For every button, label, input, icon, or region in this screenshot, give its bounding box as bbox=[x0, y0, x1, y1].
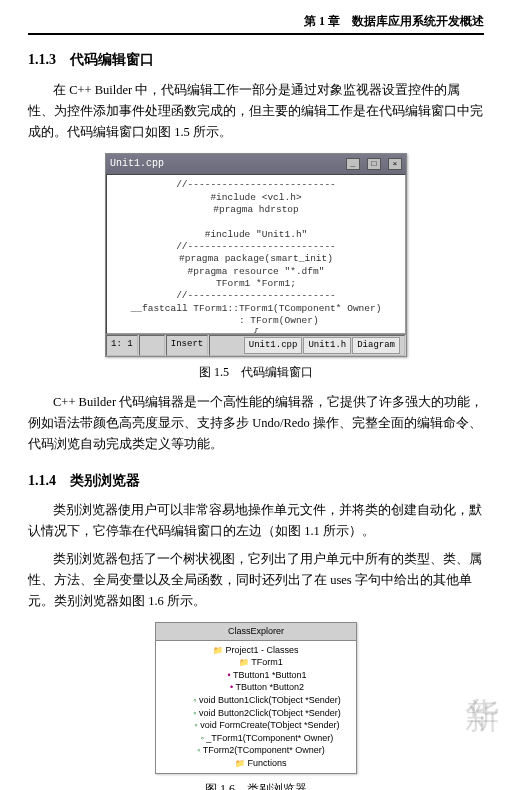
close-icon[interactable]: × bbox=[388, 158, 402, 170]
section-1-heading: 代码编辑窗口 bbox=[70, 52, 154, 67]
minimize-icon[interactable]: _ bbox=[346, 158, 360, 170]
figure-1: Unit1.cpp _ □ × //----------------------… bbox=[28, 153, 484, 382]
status-cursor-pos: 1: 1 bbox=[106, 335, 138, 355]
chapter-header: 第 1 章 数据库应用系统开发概述 bbox=[28, 12, 484, 33]
class-explorer-tree[interactable]: Project1 - Classes TForm1 TButton1 *Butt… bbox=[156, 641, 356, 773]
editor-window-title: Unit1.cpp bbox=[110, 156, 164, 172]
tree-formcreate[interactable]: void FormCreate(TObject *Sender) bbox=[161, 719, 351, 732]
editor-tabs: Unit1.cpp Unit1.h Diagram bbox=[209, 335, 405, 355]
class-explorer-title: ClassExplorer bbox=[156, 623, 356, 640]
class-explorer-window: ClassExplorer Project1 - Classes TForm1 … bbox=[155, 622, 357, 773]
tab-unit1-cpp[interactable]: Unit1.cpp bbox=[244, 337, 303, 353]
maximize-icon[interactable]: □ bbox=[367, 158, 381, 170]
tree-functions[interactable]: Functions bbox=[161, 757, 351, 770]
tree-button2click[interactable]: void Button2Click(TObject *Sender) bbox=[161, 707, 351, 720]
editor-statusbar: 1: 1 Insert Unit1.cpp Unit1.h Diagram bbox=[106, 334, 406, 355]
tree-tform2-ctor[interactable]: TForm2(TComponent* Owner) bbox=[161, 744, 351, 757]
tree-button1[interactable]: TButton1 *Button1 bbox=[161, 669, 351, 682]
tree-root[interactable]: Project1 - Classes bbox=[161, 644, 351, 657]
section-1-number: 1.1.3 bbox=[28, 52, 56, 67]
figure-2-caption: 图 1.6 类别浏览器 bbox=[28, 780, 484, 790]
code-editor-window: Unit1.cpp _ □ × //----------------------… bbox=[105, 153, 407, 356]
header-rule bbox=[28, 33, 484, 35]
tree-button2[interactable]: TButton *Button2 bbox=[161, 681, 351, 694]
section-1-title: 1.1.3 代码编辑窗口 bbox=[28, 49, 484, 71]
window-controls: _ □ × bbox=[345, 156, 402, 172]
editor-titlebar: Unit1.cpp _ □ × bbox=[106, 154, 406, 174]
tab-unit1-h[interactable]: Unit1.h bbox=[303, 337, 351, 353]
section-1-para-2: C++ Builder 代码编辑器是一个高性能的编辑器，它提供了许多强大的功能，… bbox=[28, 392, 484, 456]
editor-code-area[interactable]: //-------------------------- #include <v… bbox=[106, 174, 406, 334]
status-empty bbox=[139, 335, 165, 355]
section-2-number: 1.1.4 bbox=[28, 473, 56, 488]
section-2-heading: 类别浏览器 bbox=[70, 473, 140, 488]
figure-2: ClassExplorer Project1 - Classes TForm1 … bbox=[28, 622, 484, 790]
section-2-para-2: 类别浏览器包括了一个树状视图，它列出了用户单元中所有的类型、类、属性、方法、全局… bbox=[28, 549, 484, 613]
tree-tform1[interactable]: TForm1 bbox=[161, 656, 351, 669]
figure-1-caption: 图 1.5 代码编辑窗口 bbox=[28, 363, 484, 382]
section-2-para-1: 类别浏览器使用户可以非常容易地操作单元文件，并将类的创建自动化，默认情况下，它停… bbox=[28, 500, 484, 543]
tree-button1click[interactable]: void Button1Click(TObject *Sender) bbox=[161, 694, 351, 707]
section-2-title: 1.1.4 类别浏览器 bbox=[28, 470, 484, 492]
section-1-para-1: 在 C++ Builder 中，代码编辑工作一部分是通过对象监视器设置控件的属性… bbox=[28, 80, 484, 144]
tab-diagram[interactable]: Diagram bbox=[352, 337, 400, 353]
tree-tform1-ctor[interactable]: _TForm1(TComponent* Owner) bbox=[161, 732, 351, 745]
status-mode: Insert bbox=[166, 335, 208, 355]
